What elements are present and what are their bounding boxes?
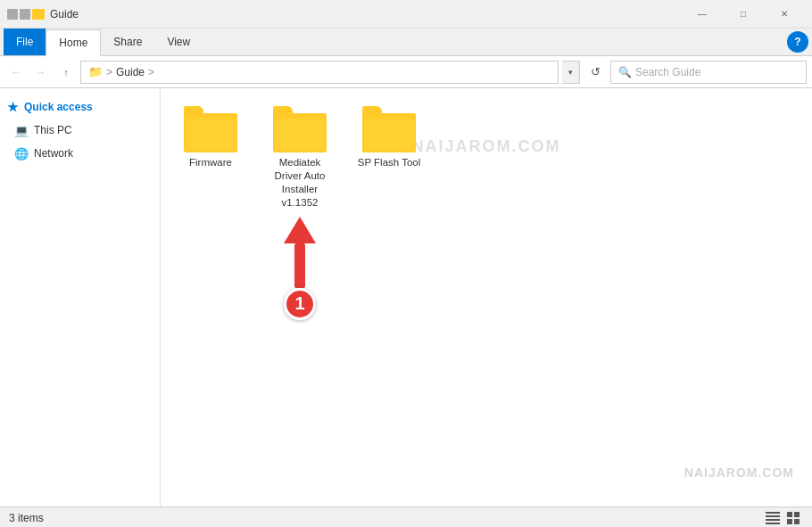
folder-label-firmware: Firmware: [189, 156, 232, 169]
pc-icon: 💻: [14, 124, 29, 137]
ribbon-tabs: File Home Share View ?: [0, 29, 812, 55]
restore-icon: [20, 9, 30, 20]
minimize-button[interactable]: —: [682, 0, 723, 29]
svg-rect-5: [794, 512, 800, 517]
forward-button[interactable]: →: [30, 62, 52, 83]
address-bar: ← → ↑ 📁 > Guide > ▾ ↺ 🔍 Search Guide: [0, 56, 812, 88]
folder-title-icon: [32, 9, 45, 20]
svg-rect-3: [766, 523, 780, 524]
search-box[interactable]: 🔍 Search Guide: [610, 61, 807, 84]
title-bar: Guide — □ ✕: [0, 0, 812, 29]
search-placeholder: Search Guide: [635, 66, 700, 78]
network-icon: 🌐: [14, 147, 29, 161]
up-button[interactable]: ↑: [55, 62, 77, 83]
tab-file[interactable]: File: [4, 29, 46, 55]
path-folder-icon: 📁: [88, 65, 103, 78]
mediatek-folder-container: Mediatek Driver Auto Installer v1.1352 1: [264, 103, 336, 320]
arrow-shaft: [294, 243, 305, 288]
folder-grid: Firmware Mediatek Driver Auto Installer …: [175, 103, 798, 320]
bottom-watermark: NAIJAROM.COM: [684, 465, 794, 480]
sidebar-item-network[interactable]: 🌐 Network: [0, 142, 160, 165]
sidebar: ★ Quick access 💻 This PC 🌐 Network: [0, 88, 161, 506]
folder-icon-mediatek: [273, 106, 327, 152]
close-button[interactable]: ✕: [764, 0, 805, 29]
tab-share[interactable]: Share: [101, 29, 154, 55]
details-view-button[interactable]: [764, 510, 782, 526]
folder-icon-flash-tool: [362, 106, 416, 152]
window-controls: — □ ✕: [682, 0, 805, 29]
list-item[interactable]: Mediatek Driver Auto Installer v1.1352: [264, 103, 336, 213]
svg-rect-0: [766, 512, 780, 514]
ribbon: File Home Share View ?: [0, 29, 812, 56]
content-area: NAIJAROM.COM Firmware: [161, 88, 812, 506]
tab-view[interactable]: View: [154, 29, 203, 55]
large-icons-view-button[interactable]: [785, 510, 803, 526]
minimize-icon: [7, 9, 18, 20]
refresh-button[interactable]: ↺: [584, 61, 607, 84]
help-button[interactable]: ?: [787, 31, 808, 53]
title-bar-left: Guide: [7, 8, 79, 21]
path-dropdown[interactable]: ▾: [562, 61, 580, 84]
sidebar-label-network: Network: [34, 147, 73, 160]
svg-rect-6: [787, 519, 792, 524]
maximize-button[interactable]: □: [723, 0, 764, 29]
star-icon: ★: [7, 100, 19, 114]
window-title: Guide: [50, 8, 79, 21]
sidebar-item-this-pc[interactable]: 💻 This PC: [0, 119, 160, 142]
path-guide: Guide: [116, 66, 145, 78]
arrow-up-icon: [284, 217, 316, 243]
search-icon: 🔍: [618, 66, 632, 78]
folder-label-flash-tool: SP Flash Tool: [358, 156, 421, 169]
list-item[interactable]: Firmware: [175, 103, 246, 173]
sidebar-item-quick-access[interactable]: ★ Quick access: [0, 95, 160, 119]
sidebar-label-this-pc: This PC: [34, 124, 72, 136]
item-count: 3 items: [9, 512, 44, 524]
tab-home[interactable]: Home: [46, 29, 101, 56]
path-separator: >: [106, 66, 112, 78]
svg-rect-7: [794, 519, 800, 524]
main-area: ★ Quick access 💻 This PC 🌐 Network NAIJA…: [0, 88, 812, 506]
status-bar: 3 items: [0, 506, 812, 527]
back-button[interactable]: ←: [5, 62, 27, 83]
list-item[interactable]: SP Flash Tool: [353, 103, 425, 173]
svg-rect-4: [787, 512, 792, 517]
folder-label-mediatek: Mediatek Driver Auto Installer v1.1352: [268, 156, 332, 210]
sidebar-label-quick-access: Quick access: [24, 101, 93, 113]
svg-rect-1: [766, 515, 780, 517]
folder-icon-firmware: [184, 106, 237, 152]
title-bar-icons: [7, 9, 45, 20]
badge-number: 1: [284, 288, 316, 320]
path-arrow: >: [148, 66, 154, 78]
annotation-container: 1: [284, 217, 316, 320]
address-path[interactable]: 📁 > Guide >: [80, 61, 559, 84]
view-controls: [764, 510, 803, 526]
svg-rect-2: [766, 519, 780, 521]
